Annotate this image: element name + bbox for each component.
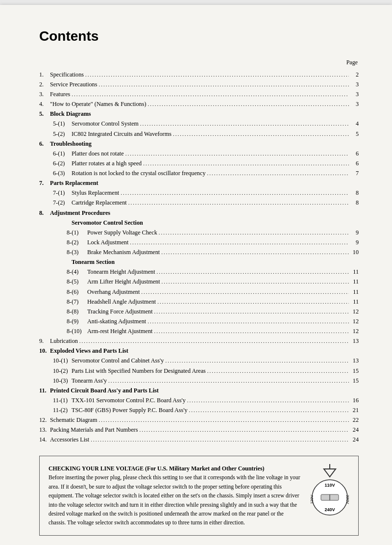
toc-dots: ........................................… xyxy=(156,297,349,306)
toc-page: 2 xyxy=(349,70,359,79)
toc-row: 8-(4) Tonearm Height Adjustment ........… xyxy=(39,267,359,277)
svg-text:120V: 120V xyxy=(310,494,314,504)
toc-page: 7 xyxy=(349,168,359,178)
svg-text:110V: 110V xyxy=(324,483,335,488)
toc-num: 10. xyxy=(39,346,50,356)
toc-dots: ........................................… xyxy=(146,317,349,326)
toc-row: 10. Exploded Views and Parts List xyxy=(39,346,359,356)
toc-page: 12 xyxy=(349,326,359,336)
toc-text: Troubleshooting xyxy=(50,139,92,149)
toc-text: Features xyxy=(50,89,70,99)
toc-table: Page 1. Specifications .................… xyxy=(39,58,359,445)
toc-num: 8-(10) xyxy=(67,326,87,336)
toc-num: 5-(1) xyxy=(53,119,72,129)
toc-page: 3 xyxy=(349,99,359,109)
toc-text: Specifications xyxy=(50,70,84,79)
toc-num: 11-(2) xyxy=(53,405,72,415)
toc-row: 13. Packing Materials and Part Numbers .… xyxy=(39,425,359,435)
toc-num: 7-(1) xyxy=(53,188,72,198)
voltage-text: CHECKING YOUR LINE VOLTAGE (For U.S. Mil… xyxy=(49,464,302,527)
toc-row: 3. Features ............................… xyxy=(39,89,359,99)
toc-num: 8-(6) xyxy=(67,287,87,297)
toc-row: 5-(2) IC802 Integrated Circuits and Wave… xyxy=(39,129,359,139)
toc-text: Anti-skating Adjustment xyxy=(87,316,146,326)
page-title: Contents xyxy=(39,28,359,44)
toc-text: Power Supply Voltage Check xyxy=(87,228,157,237)
toc-row: 8-(6) Overhang Adjustment ..............… xyxy=(39,287,359,297)
toc-dots: ........................................… xyxy=(142,159,349,168)
toc-num: 11. xyxy=(39,386,50,395)
toc-text: Arm-rest Height Ajustment xyxy=(87,326,152,336)
voltage-diagram: 110V 120V 220V 240V xyxy=(310,464,349,517)
toc-page: 11 xyxy=(349,267,359,277)
toc-row: 7. Parts Replacement xyxy=(39,178,359,188)
toc-num: 12. xyxy=(39,415,50,425)
toc-row: 11-(2) TSC-80F (GBS) Power Supply P.C. B… xyxy=(39,405,359,415)
toc-dots: ........................................… xyxy=(206,366,349,375)
toc-text: Platter does not rotate xyxy=(72,149,124,158)
toc-dots: ........................................… xyxy=(152,327,349,336)
voltage-body: Before inserting the power plug, please … xyxy=(49,474,300,525)
arrow-down-icon xyxy=(322,464,338,478)
toc-text: TSC-80F (GBS) Power Supply P.C. Board As… xyxy=(72,405,188,415)
toc-row: 10-(1) Servomotor Control and Cabinet As… xyxy=(39,356,359,365)
toc-dots: ........................................… xyxy=(107,376,349,385)
toc-text: Schematic Diagram xyxy=(50,415,97,425)
toc-page: 4 xyxy=(349,119,359,129)
toc-row: 11. Printed Circuit Board Ass'y and Part… xyxy=(39,386,359,395)
toc-dots: ........................................… xyxy=(172,130,349,138)
toc-row: 1. Specifications ......................… xyxy=(39,70,359,79)
toc-page: 11 xyxy=(349,297,359,307)
toc-page: 11 xyxy=(349,277,359,286)
toc-text: Platter rotates at a high speed xyxy=(72,158,142,168)
toc-text: Tonearm Height Adjustment xyxy=(87,267,155,277)
toc-page: 5 xyxy=(349,129,359,139)
toc-dots: ........................................… xyxy=(84,70,349,79)
toc-dots: ........................................… xyxy=(78,337,349,345)
toc-num: 14. xyxy=(39,435,50,444)
toc-num: 8. xyxy=(39,208,50,218)
toc-num: 5. xyxy=(39,109,50,119)
toc-text: Servomotor Control Section xyxy=(72,218,143,228)
toc-dots: ........................................… xyxy=(124,149,349,158)
toc-row: 6. Troubleshooting xyxy=(39,139,359,149)
toc-dots: ........................................… xyxy=(188,406,349,415)
toc-text: Parts Replacement xyxy=(50,178,98,188)
toc-text: Tonearm Ass'y xyxy=(72,376,107,386)
toc-row: 4. "How to Operate" (Names & Functions) … xyxy=(39,99,359,109)
toc-text: IC802 Integrated Circuits and Waveforms xyxy=(72,129,172,139)
toc-num: 10-(2) xyxy=(53,366,72,376)
toc-row: 10-(2) Parts List with Specified Numbers… xyxy=(39,366,359,376)
toc-row: 11-(1) TXX-101 Servomotor Control P.C. B… xyxy=(39,395,359,405)
toc-num: 3. xyxy=(39,89,50,99)
toc-num: 7. xyxy=(39,178,50,188)
toc-text: Block Diagrams xyxy=(50,109,91,119)
toc-text: Accessories List xyxy=(50,435,89,444)
toc-dots: ........................................… xyxy=(97,415,349,424)
toc-row: 8-(1) Power Supply Voltage Check .......… xyxy=(39,228,359,237)
toc-row: 10-(3) Tonearm Ass'y ...................… xyxy=(39,376,359,386)
toc-num: 11-(1) xyxy=(53,395,72,405)
toc-page: 12 xyxy=(349,316,359,326)
toc-row: 6-(2) Platter rotates at a high speed ..… xyxy=(39,158,359,168)
toc-dots: ........................................… xyxy=(146,100,349,108)
toc-row: 7-(2) Cartridge Replacement ............… xyxy=(39,198,359,208)
toc-page: 6 xyxy=(349,149,359,158)
toc-page: 24 xyxy=(349,435,359,444)
toc-dots: ........................................… xyxy=(89,435,349,444)
toc-dots: ........................................… xyxy=(155,267,349,276)
toc-dots: ........................................… xyxy=(186,396,349,405)
svg-marker-0 xyxy=(324,469,336,477)
toc-num: 6. xyxy=(39,139,50,149)
toc-row: 5. Block Diagrams xyxy=(39,109,359,119)
toc-row: 7-(1) Stylus Replacement ...............… xyxy=(39,188,359,198)
toc-page: 9 xyxy=(349,228,359,237)
toc-page: 12 xyxy=(349,307,359,316)
toc-num: 10-(3) xyxy=(53,376,72,386)
toc-text: Service Precautions xyxy=(50,79,97,89)
toc-page: 22 xyxy=(349,415,359,425)
toc-text: TXX-101 Servomotor Control P.C. Board As… xyxy=(72,395,186,405)
toc-dots: ........................................… xyxy=(140,287,349,296)
toc-text: Tracking Force Adjustment xyxy=(87,307,153,316)
toc-text: "How to Operate" (Names & Functions) xyxy=(50,99,146,109)
